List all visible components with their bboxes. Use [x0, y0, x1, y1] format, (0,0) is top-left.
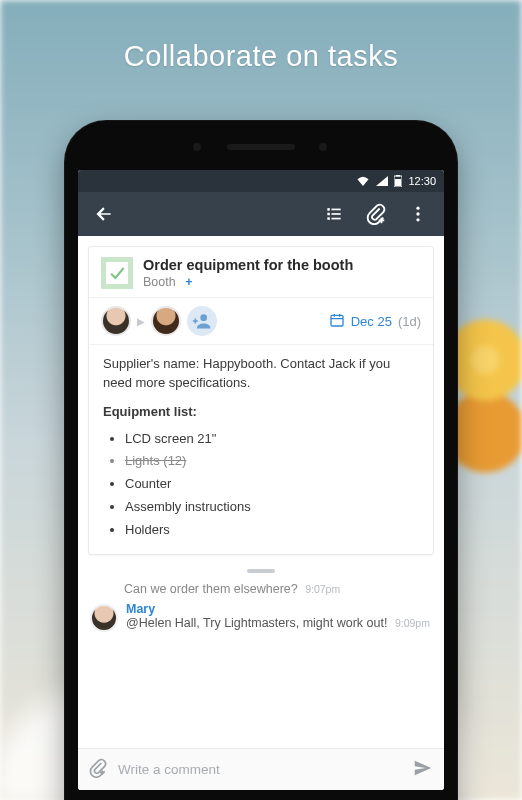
svg-rect-8 — [332, 218, 341, 220]
svg-point-9 — [416, 207, 419, 210]
comment-avatar[interactable] — [90, 604, 118, 632]
overflow-menu-button[interactable] — [400, 196, 436, 232]
equipment-list-title: Equipment list: — [103, 403, 419, 422]
task-card: Order equipment for the booth Booth + ▶ — [88, 246, 434, 555]
list-view-button[interactable] — [316, 196, 352, 232]
equipment-item[interactable]: Assembly instructions — [125, 498, 419, 517]
back-button[interactable] — [86, 196, 122, 232]
attach-button[interactable] — [358, 196, 394, 232]
equipment-list: LCD screen 21"Lights (12)CounterAssembly… — [103, 430, 419, 540]
calendar-icon — [329, 312, 345, 331]
battery-icon — [394, 175, 402, 187]
comment-input[interactable] — [118, 762, 402, 777]
complete-checkbox[interactable] — [101, 257, 133, 289]
page-headline: Collaborate on tasks — [0, 40, 522, 73]
cell-signal-icon — [376, 176, 388, 186]
comment-text: @Helen Hall, Try Lightmasters, might wor… — [126, 616, 387, 630]
android-statusbar: 12:30 — [78, 170, 444, 192]
svg-rect-2 — [395, 179, 401, 186]
due-date-text: Dec 25 — [351, 314, 392, 329]
drag-handle[interactable] — [78, 555, 444, 576]
due-date[interactable]: Dec 25 (1d) — [329, 312, 421, 331]
equipment-item[interactable]: Holders — [125, 521, 419, 540]
svg-point-10 — [416, 212, 419, 215]
task-description[interactable]: Supplier's name: Happybooth. Contact Jac… — [103, 355, 419, 393]
svg-rect-6 — [332, 213, 341, 215]
send-button[interactable] — [412, 757, 434, 782]
equipment-item[interactable]: Lights (12) — [125, 452, 419, 471]
add-assignee-button[interactable] — [187, 306, 217, 336]
wifi-icon — [356, 176, 370, 186]
comment-composer — [78, 748, 444, 790]
comment[interactable]: Mary @Helen Hall, Try Lightmasters, migh… — [90, 602, 432, 632]
assignee-arrow-icon: ▶ — [137, 316, 145, 327]
comment-text: Can we order them elsewhere? — [124, 582, 298, 596]
comment-author[interactable]: Mary — [126, 602, 155, 616]
app-toolbar — [78, 192, 444, 236]
assignee-avatar[interactable] — [101, 306, 131, 336]
svg-rect-3 — [327, 208, 330, 211]
svg-rect-7 — [327, 217, 330, 220]
comment[interactable]: Can we order them elsewhere? 9:07pm — [124, 582, 432, 596]
statusbar-clock: 12:30 — [408, 175, 436, 187]
due-duration: (1d) — [398, 314, 421, 329]
phone-frame: 12:30 Order equipment fo — [64, 120, 458, 800]
task-title[interactable]: Order equipment for the booth — [143, 257, 421, 273]
task-folder[interactable]: Booth — [143, 275, 176, 289]
svg-rect-1 — [396, 175, 400, 177]
add-folder-button[interactable]: + — [185, 275, 192, 289]
assignee-avatar[interactable] — [151, 306, 181, 336]
comment-time: 9:09pm — [395, 617, 430, 629]
comment-time: 9:07pm — [305, 583, 340, 595]
svg-point-12 — [200, 314, 207, 321]
svg-rect-5 — [327, 213, 330, 216]
svg-rect-13 — [331, 315, 343, 326]
phone-screen: 12:30 Order equipment fo — [78, 170, 444, 790]
attach-icon[interactable] — [88, 758, 108, 781]
svg-point-11 — [416, 218, 419, 221]
equipment-item[interactable]: LCD screen 21" — [125, 430, 419, 449]
svg-rect-4 — [332, 209, 341, 211]
equipment-item[interactable]: Counter — [125, 475, 419, 494]
